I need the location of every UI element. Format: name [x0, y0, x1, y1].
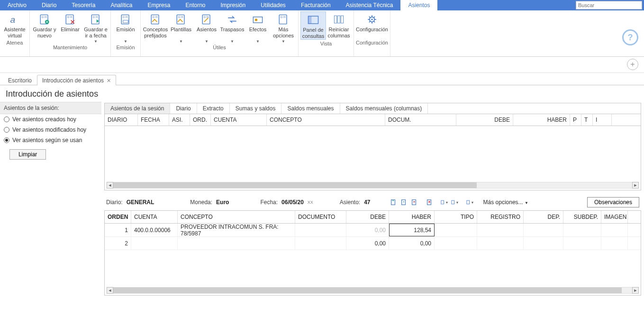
menu-tesorer-a[interactable]: Tesorería	[64, 0, 103, 10]
table-row[interactable]: 1400.0.0.00006PROVEEDOR INTRACOMUN S. FR…	[105, 224, 641, 237]
cell-orden[interactable]: 2	[105, 237, 131, 250]
col-t[interactable]: T	[581, 114, 593, 126]
subtab-saldos-mensuales[interactable]: Saldos mensuales	[281, 103, 340, 114]
session-grid-scrollbar[interactable]: ◄ ►	[107, 181, 639, 189]
col-orden[interactable]: ORDEN	[105, 211, 131, 223]
scroll-right-icon[interactable]: ►	[632, 287, 639, 294]
subtab-asientos-de-la-sesi-n[interactable]: Asientos de la sesión	[105, 103, 170, 114]
scroll-thumb[interactable]	[113, 288, 622, 293]
cell-haber[interactable]: 128,54	[389, 224, 435, 236]
scroll-track[interactable]	[113, 287, 632, 294]
plantillas-button[interactable]: D HPlantillas▼	[168, 11, 194, 44]
scroll-track[interactable]	[113, 182, 632, 189]
subtab-saldos-mensuales-columnas-[interactable]: Saldos mensuales (columnas)	[340, 103, 428, 114]
cell-debe[interactable]: 0,00	[346, 224, 389, 236]
tool-doc-remove-icon[interactable]	[409, 198, 419, 207]
scroll-left-icon[interactable]: ◄	[107, 182, 113, 189]
col-i[interactable]: I	[593, 114, 612, 126]
col-registro[interactable]: REGISTRO	[477, 211, 524, 223]
cell-dep.[interactable]	[524, 224, 563, 236]
tool-doc-a-icon[interactable]: ▼	[440, 198, 449, 207]
emision-button[interactable]: D HEmisión▼	[113, 11, 138, 44]
subtab-diario[interactable]: Diario	[170, 103, 197, 114]
radio-option-0[interactable]: Ver asientos creados hoy	[0, 114, 101, 125]
doctab-introducci-n-de-asientos[interactable]: Introducción de asientos✕	[37, 75, 116, 85]
col-concepto[interactable]: CONCEPTO	[178, 211, 295, 223]
cell-orden[interactable]: 1	[105, 224, 131, 236]
close-icon[interactable]: ✕	[107, 78, 111, 83]
col-cuenta[interactable]: CUENTA	[131, 211, 178, 223]
table-row[interactable]: 20,000,00	[105, 237, 641, 250]
cell-haber[interactable]: 0,00	[389, 237, 435, 250]
tool-doc-new-icon[interactable]	[389, 198, 398, 207]
traspasos-button[interactable]: Traspasos▼	[219, 11, 245, 44]
col-documento[interactable]: DOCUMENTO	[295, 211, 346, 223]
cell-cuenta[interactable]	[131, 237, 178, 250]
scroll-right-icon[interactable]: ►	[632, 182, 639, 189]
cell-documento[interactable]	[295, 224, 346, 236]
col-haber[interactable]: HABER	[389, 211, 435, 223]
menu-impresi-n[interactable]: Impresión	[213, 0, 253, 10]
menu-diario[interactable]: Diario	[34, 0, 64, 10]
cell-cuenta[interactable]: 400.0.0.00006	[131, 224, 178, 236]
limpiar-button[interactable]: Limpiar	[9, 149, 46, 160]
add-tab-button[interactable]: +	[627, 59, 638, 70]
cell-concepto[interactable]	[178, 237, 295, 250]
menu-facturaci-n[interactable]: Facturación	[293, 0, 338, 10]
menu-empresa[interactable]: Empresa	[140, 0, 178, 10]
conceptos-prefijados-button[interactable]: D HConceptos prefijados	[143, 11, 168, 44]
reiniciar-columnas-button[interactable]: Reiniciar columnas	[326, 11, 352, 40]
radio-option-1[interactable]: Ver asientos modificados hoy	[0, 125, 101, 135]
cell-tipo[interactable]	[435, 224, 477, 236]
subtab-sumas-y-saldos[interactable]: Sumas y saldos	[230, 103, 282, 114]
configuracion-button[interactable]: Configuración	[359, 11, 385, 39]
menu-anal-tica[interactable]: Analítica	[103, 0, 140, 10]
cell-debe[interactable]: 0,00	[346, 237, 389, 250]
radio-option-2[interactable]: Ver asientos según se usan	[0, 135, 101, 145]
col-debe[interactable]: DEBE	[346, 211, 389, 223]
tool-doc-delete-icon[interactable]	[425, 198, 434, 207]
search-input[interactable]	[576, 1, 642, 9]
cell-imagen[interactable]	[601, 224, 628, 236]
observaciones-button[interactable]: Observaciones	[587, 197, 639, 207]
subtab-extracto[interactable]: Extracto	[197, 103, 230, 114]
col-asi-[interactable]: ASI.	[169, 114, 190, 126]
tool-doc-add-icon[interactable]	[399, 198, 408, 207]
cell-registro[interactable]	[477, 237, 524, 250]
scroll-left-icon[interactable]: ◄	[107, 287, 113, 294]
guardar-ir-fecha-button[interactable]: D HGuardar e ir a fecha▼	[83, 11, 109, 44]
col-haber[interactable]: HABER	[513, 114, 570, 126]
asistente-virtual-button[interactable]: aAsistente virtual	[2, 11, 27, 39]
col-diario[interactable]: DIARIO	[105, 114, 138, 126]
doctab-escritorio[interactable]: Escritorio	[3, 75, 37, 85]
col-docum-[interactable]: DOCUM.	[385, 114, 456, 126]
cell-dep.[interactable]	[524, 237, 563, 250]
tool-doc-c-icon[interactable]: ▼	[465, 198, 475, 207]
mas-opciones-button[interactable]: D HMás opciones▼	[271, 11, 296, 44]
col-imagen[interactable]: IMAGEN	[601, 211, 628, 223]
cell-tipo[interactable]	[435, 237, 477, 250]
cell-imagen[interactable]	[601, 237, 628, 250]
col-ord-[interactable]: ORD.	[190, 114, 211, 126]
efectos-button[interactable]: Efectos▼	[245, 11, 271, 44]
panel-consultas-button[interactable]: Panel de consultas	[300, 11, 326, 40]
col-tipo[interactable]: TIPO	[435, 211, 477, 223]
menu-asientos[interactable]: Asientos	[400, 0, 437, 10]
cell-concepto[interactable]: PROVEEDOR INTRACOMUN S. FRA: 78/5987	[178, 224, 295, 236]
asientos-button[interactable]: D HAsientos▼	[194, 11, 219, 44]
cell-registro[interactable]	[477, 224, 524, 236]
col-cuenta[interactable]: CUENTA	[211, 114, 267, 126]
menu-asistencia-t-cnica[interactable]: Asistencia Técnica	[338, 0, 401, 10]
col-fecha[interactable]: FECHA	[138, 114, 169, 126]
cell-subdep.[interactable]	[563, 237, 601, 250]
menu-utilidades[interactable]: Utilidades	[253, 0, 293, 10]
help-icon[interactable]: ?	[622, 29, 638, 45]
cell-subdep.[interactable]	[563, 224, 601, 236]
col-subdep-[interactable]: SUBDEP.	[563, 211, 601, 223]
tool-doc-b-icon[interactable]: ▼	[450, 198, 460, 207]
entry-grid-scrollbar[interactable]: ◄ ►	[107, 287, 639, 294]
eliminar-button[interactable]: D HEliminar	[57, 11, 83, 44]
col-concepto[interactable]: CONCEPTO	[267, 114, 385, 126]
col-p[interactable]: P	[570, 114, 581, 126]
col-dep-[interactable]: DEP.	[524, 211, 563, 223]
